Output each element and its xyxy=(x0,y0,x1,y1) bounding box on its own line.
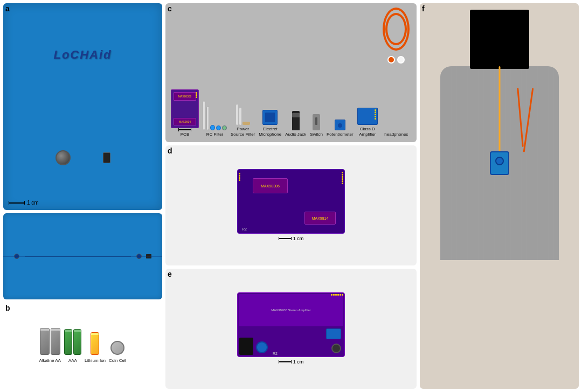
face-censor xyxy=(470,10,529,69)
filter-cap-2 xyxy=(239,108,241,125)
scale-bar-d: 1 cm xyxy=(279,236,304,241)
filter-resistor xyxy=(242,122,250,125)
pin-header-d xyxy=(342,172,343,184)
panel-d-label: d xyxy=(168,146,172,155)
panel-c-label: c xyxy=(168,4,172,13)
scale-bar-e: 1 cm xyxy=(279,359,304,365)
pcb-e-pot-knob xyxy=(256,341,268,353)
side-button-left xyxy=(14,254,19,259)
battery-aa-label: Alkaline AA xyxy=(39,358,60,363)
worn-device-knob xyxy=(495,157,504,165)
panel-d: d MAX98306 MAX9814 xyxy=(165,145,417,265)
pot-body xyxy=(335,120,345,130)
r2-label-e: R2 xyxy=(273,352,278,355)
scale-bar-a: 1 cm xyxy=(9,200,39,206)
cap-tall-2 xyxy=(206,106,209,130)
panel-e-label: e xyxy=(168,270,172,278)
battery-aaa-2 xyxy=(73,329,81,355)
scale-text-a: 1 cm xyxy=(27,200,39,206)
scale-text-d: 1 cm xyxy=(293,236,304,241)
panel-b: b Alkaline AA xyxy=(3,303,162,389)
battery-coin: Coin Cell xyxy=(109,341,126,363)
side-connector xyxy=(146,254,151,258)
pin-header-left xyxy=(239,173,240,181)
component-headphones: headphones xyxy=(382,8,411,138)
pcb-e-audiojack xyxy=(239,338,253,355)
pin-row-e xyxy=(331,294,343,296)
component-switch: Switch xyxy=(310,95,323,137)
audio-jack-label: Audio Jack xyxy=(285,132,306,137)
panel-b-label: b xyxy=(5,304,10,312)
panel-a-side xyxy=(3,213,162,299)
battery-aaa-label: AAA xyxy=(68,358,77,363)
headphones-label: headphones xyxy=(384,132,408,137)
pcb-e-top-section: MAX98306 Stereo Amplifier xyxy=(239,294,343,326)
scale-line-a xyxy=(9,202,25,204)
pot-label: Potentiometer xyxy=(327,132,354,137)
battery-lithium-label: Lithium Ion xyxy=(85,358,106,363)
panel-a-label: a xyxy=(5,4,10,13)
headphone-coil xyxy=(382,8,411,56)
component-class-d-amp: Class DAmplifier xyxy=(357,90,378,138)
scale-text-e: 1 cm xyxy=(293,359,304,365)
component-potentiometer: Potentiometer xyxy=(327,95,354,137)
panel-f-label: f xyxy=(422,4,425,13)
component-power-filter: PowerSource Filter xyxy=(231,90,255,138)
side-button-right xyxy=(136,254,142,259)
mic-label: ElectretMicrophone xyxy=(259,127,281,138)
chip-max98306: MAX98306 xyxy=(253,178,288,193)
battery-alkaline-aa: Alkaline AA xyxy=(39,328,60,363)
battery-coin-label: Coin Cell xyxy=(109,358,126,363)
battery-aaa-1 xyxy=(64,329,72,355)
chip-max9814: MAX9814 xyxy=(304,212,336,225)
filter-cap-1 xyxy=(236,104,238,125)
batteries-row: Alkaline AA AAA xyxy=(34,324,130,368)
battery-lithium-body xyxy=(91,332,99,355)
battery-lithium: Lithium Ion xyxy=(85,332,106,363)
panel-c: c MAX98306 MAX9814 xyxy=(165,3,417,142)
pcb-e-mic xyxy=(331,344,341,353)
panel-f: f xyxy=(420,3,579,389)
pcb-visual: MAX98306 MAX9814 xyxy=(171,89,199,128)
component-microphone: ElectretMicrophone xyxy=(259,90,281,138)
cap-tall-1 xyxy=(203,101,205,130)
rc-filter-label: RC Filter xyxy=(206,132,224,137)
worn-device xyxy=(490,151,509,175)
lanyard xyxy=(498,66,500,152)
earbuds xyxy=(387,56,405,64)
battery-aa-2 xyxy=(51,328,60,355)
device-controls xyxy=(56,150,110,165)
side-crease xyxy=(25,256,131,257)
pcb-label: PCB xyxy=(181,132,189,137)
component-rc-filter: RC Filter xyxy=(203,95,227,137)
panel-e: e MAX98306 Stereo Amplifier xyxy=(165,269,417,389)
battery-aaa: AAA xyxy=(64,329,81,363)
blue-module-e xyxy=(326,328,341,339)
mic-module xyxy=(262,110,278,125)
cap-blue-1 xyxy=(210,125,215,130)
r2-label: R2 xyxy=(242,227,247,231)
pcb-e-board: MAX98306 Stereo Amplifier R2 xyxy=(237,292,345,357)
usb-port xyxy=(103,152,110,163)
components-row: MAX98306 MAX9814 PCB xyxy=(169,6,413,139)
component-audio-jack: Audio Jack xyxy=(285,95,306,137)
person-container xyxy=(420,3,579,389)
pcb-d-board: MAX98306 MAX9814 xyxy=(237,169,345,234)
switch-label: Switch xyxy=(310,132,323,137)
battery-coin-body xyxy=(110,341,124,355)
person-body xyxy=(440,66,559,260)
amp-body xyxy=(357,108,378,125)
cap-blue-2 xyxy=(216,125,221,130)
battery-aa-1 xyxy=(40,328,50,355)
panel-a-device: a LoCHAid 1 cm xyxy=(3,3,162,210)
amp-label: Class DAmplifier xyxy=(359,127,376,138)
switch-body xyxy=(313,114,320,130)
cap-green xyxy=(222,125,227,130)
component-pcb: MAX98306 MAX9814 PCB xyxy=(171,89,199,137)
audio-jack-body xyxy=(292,111,300,130)
lochaid-title: LoCHAid xyxy=(53,48,112,62)
earbud-2 xyxy=(397,56,405,64)
pcb-scale-bar xyxy=(178,129,191,130)
earbud-1 xyxy=(387,56,395,64)
power-filter-label: PowerSource Filter xyxy=(231,127,255,138)
